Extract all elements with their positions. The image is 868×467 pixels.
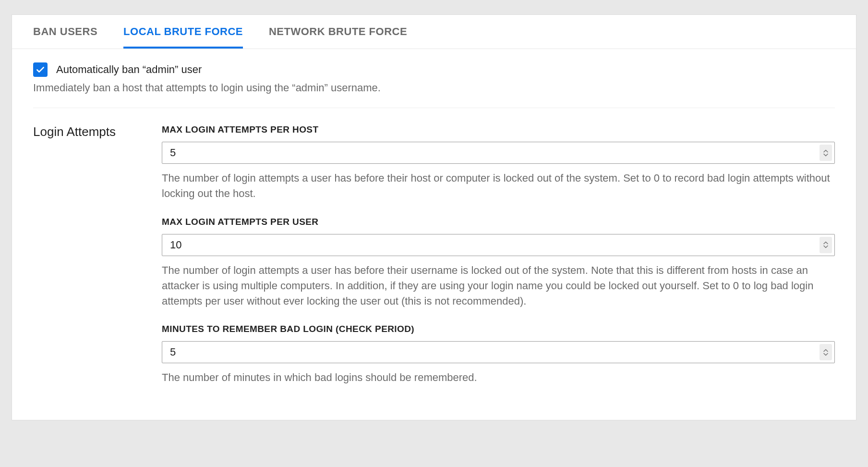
field-max-per-host: MAX LOGIN ATTEMPTS PER HOST The number o…: [162, 124, 835, 201]
field-label: MAX LOGIN ATTEMPTS PER USER: [162, 217, 835, 227]
auto-ban-label: Automatically ban “admin” user: [56, 63, 202, 76]
chevron-up-icon: [823, 149, 828, 153]
field-minutes-remember: MINUTES TO REMEMBER BAD LOGIN (CHECK PER…: [162, 324, 835, 385]
chevron-up-icon: [823, 349, 828, 352]
chevron-down-icon: [823, 245, 828, 248]
tabs-row: BAN USERS LOCAL BRUTE FORCE NETWORK BRUT…: [12, 15, 856, 49]
field-description: The number of login attempts a user has …: [162, 171, 835, 201]
max-per-user-input[interactable]: [162, 234, 835, 256]
auto-ban-description: Immediately ban a host that attempts to …: [33, 82, 835, 94]
auto-ban-checkbox[interactable]: [33, 62, 48, 77]
chevron-down-icon: [823, 153, 828, 157]
field-max-per-user: MAX LOGIN ATTEMPTS PER USER The number o…: [162, 217, 835, 309]
stepper-control[interactable]: [820, 344, 832, 360]
tab-ban-users[interactable]: BAN USERS: [33, 15, 97, 49]
chevron-down-icon: [823, 353, 828, 356]
section-title: Login Attempts: [33, 124, 162, 139]
settings-panel: BAN USERS LOCAL BRUTE FORCE NETWORK BRUT…: [12, 14, 856, 420]
divider: [33, 108, 835, 108]
field-description: The number of minutes in which bad login…: [162, 370, 835, 385]
max-per-host-stepper: [162, 142, 835, 164]
tab-local-brute-force[interactable]: LOCAL BRUTE FORCE: [123, 15, 243, 49]
stepper-control[interactable]: [820, 145, 832, 161]
minutes-remember-stepper: [162, 341, 835, 363]
chevron-up-icon: [823, 241, 828, 245]
check-icon: [36, 65, 45, 74]
field-label: MAX LOGIN ATTEMPTS PER HOST: [162, 124, 835, 135]
login-attempts-section: Login Attempts MAX LOGIN ATTEMPTS PER HO…: [33, 124, 835, 401]
auto-ban-row: Automatically ban “admin” user: [33, 62, 835, 77]
field-description: The number of login attempts a user has …: [162, 263, 835, 309]
stepper-control[interactable]: [820, 237, 832, 253]
max-per-host-input[interactable]: [162, 142, 835, 164]
minutes-remember-input[interactable]: [162, 341, 835, 363]
tab-network-brute-force[interactable]: NETWORK BRUTE FORCE: [269, 15, 407, 49]
max-per-user-stepper: [162, 234, 835, 256]
fields-column: MAX LOGIN ATTEMPTS PER HOST The number o…: [162, 124, 835, 401]
tab-content: Automatically ban “admin” user Immediate…: [12, 49, 856, 420]
field-label: MINUTES TO REMEMBER BAD LOGIN (CHECK PER…: [162, 324, 835, 334]
